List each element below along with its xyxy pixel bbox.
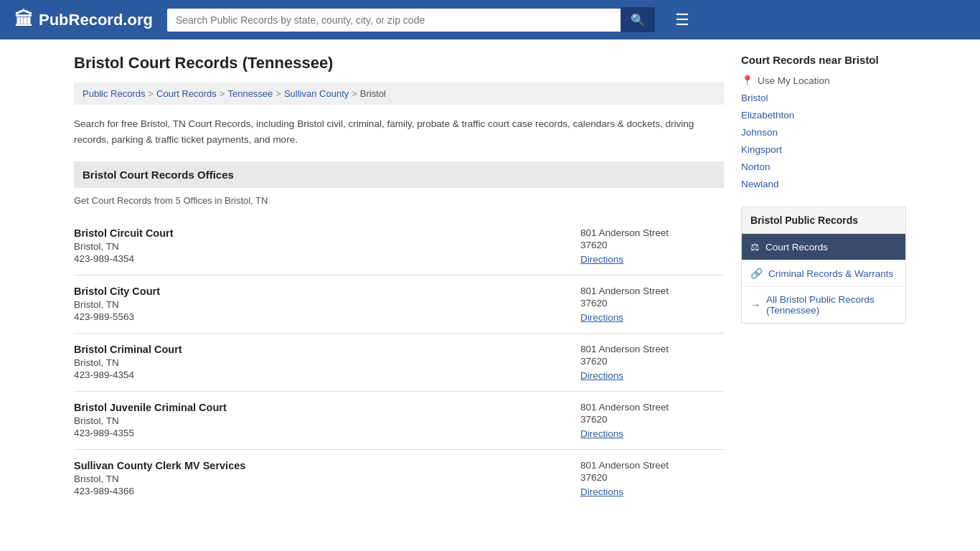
site-header: 🏛 PubRecord.org 🔍 ☰ [0,0,980,39]
nearby-city-link[interactable]: Newland [741,179,779,189]
nearby-title: Court Records near Bristol [741,54,906,66]
office-city: Bristol, TN [74,415,566,426]
public-records-box: Bristol Public Records ⚖ Court Records 🔗… [741,207,906,324]
office-address: 801 Anderson Street 37620 Directions [580,286,724,323]
office-city: Bristol, TN [74,357,566,368]
sidebar-item-icon: → [750,299,760,311]
office-zip: 37620 [580,414,724,425]
directions-link[interactable]: Directions [580,312,623,323]
logo[interactable]: 🏛 PubRecord.org [14,9,153,31]
office-city: Bristol, TN [74,241,566,252]
office-phone: 423-989-4355 [74,428,566,438]
breadcrumb: Public Records>Court Records>Tennessee>S… [74,83,724,105]
page-title: Bristol Court Records (Tennessee) [74,54,724,72]
breadcrumb-separator: > [275,88,281,99]
directions-link[interactable]: Directions [580,370,623,381]
breadcrumb-link[interactable]: Sullivan County [284,88,349,99]
directions-link[interactable]: Directions [580,254,623,265]
office-entry: Bristol Juvenile Criminal Court Bristol,… [74,392,724,450]
breadcrumb-separator: > [220,88,225,99]
office-entry: Bristol Circuit Court Bristol, TN 423-98… [74,217,724,276]
office-address: 801 Anderson Street 37620 Directions [580,402,724,439]
description: Search for free Bristol, TN Court Record… [74,116,724,147]
nearby-city-link[interactable]: Bristol [741,93,768,103]
office-info: Bristol City Court Bristol, TN 423-989-5… [74,286,566,323]
content-area: Bristol Court Records (Tennessee) Public… [74,54,724,507]
office-phone: 423-989-4354 [74,253,566,264]
offices-list: Bristol Circuit Court Bristol, TN 423-98… [74,217,724,507]
nearby-city-item[interactable]: Norton [741,161,906,172]
breadcrumb-link[interactable]: Public Records [83,88,145,99]
breadcrumb-separator: > [148,88,154,99]
sidebar-item-text: Criminal Records & Warrants [768,268,893,279]
breadcrumb-separator: > [352,88,357,99]
office-city: Bristol, TN [74,474,566,484]
nearby-city-link[interactable]: Elizabethton [741,110,794,121]
office-entry: Bristol Criminal Court Bristol, TN 423-9… [74,334,724,392]
office-zip: 37620 [580,298,724,309]
breadcrumb-link[interactable]: Court Records [156,88,217,99]
sidebar-item-icon: 🔗 [750,268,763,279]
office-zip: 37620 [580,240,724,250]
office-name: Bristol Juvenile Criminal Court [74,402,566,413]
breadcrumb-current: Bristol [360,88,386,99]
office-name: Bristol City Court [74,286,566,297]
directions-link[interactable]: Directions [580,428,623,439]
nearby-city-item[interactable]: Newland [741,178,906,189]
office-phone: 423-989-5563 [74,311,566,322]
main-container: Bristol Court Records (Tennessee) Public… [60,39,920,522]
use-location-label: Use My Location [758,75,830,86]
office-street: 801 Anderson Street [580,344,724,354]
office-street: 801 Anderson Street [580,460,724,471]
nearby-list: 📍 Use My Location BristolElizabethtonJoh… [741,75,906,189]
public-records-box-title: Bristol Public Records [742,207,905,234]
office-name: Sullivan County Clerk MV Services [74,460,566,471]
use-location-item[interactable]: 📍 Use My Location [741,75,906,86]
use-location-button[interactable]: 📍 Use My Location [741,75,906,86]
nearby-city-item[interactable]: Kingsport [741,143,906,155]
section-header: Bristol Court Records Offices [74,161,724,188]
offices-count: Get Court Records from 5 Offices in Bris… [74,195,724,206]
office-street: 801 Anderson Street [580,286,724,296]
menu-icon: ☰ [675,11,689,29]
sidebar-box-item[interactable]: 🔗 Criminal Records & Warrants [742,260,905,287]
search-input[interactable] [167,9,621,32]
office-phone: 423-989-4354 [74,369,566,380]
sidebar-item-text: Court Records [765,242,828,253]
logo-icon: 🏛 [14,9,33,31]
search-button[interactable]: 🔍 [621,7,655,32]
location-pin-icon: 📍 [741,75,753,86]
office-name: Bristol Circuit Court [74,227,566,239]
office-entry: Bristol City Court Bristol, TN 423-989-5… [74,276,724,334]
nearby-city-item[interactable]: Elizabethton [741,109,906,121]
office-street: 801 Anderson Street [580,402,724,413]
nearby-city-link[interactable]: Norton [741,161,771,172]
nearby-city-item[interactable]: Bristol [741,92,906,103]
office-address: 801 Anderson Street 37620 Directions [580,227,724,265]
office-address: 801 Anderson Street 37620 Directions [580,344,724,381]
office-zip: 37620 [580,356,724,367]
sidebar-item-text: All Bristol Public Records (Tennessee) [766,294,897,316]
sidebar-item-icon: ⚖ [750,241,760,253]
nearby-city-item[interactable]: Johnson [741,126,906,138]
sidebar-box-item[interactable]: ⚖ Court Records [742,234,905,260]
sidebar: Court Records near Bristol 📍 Use My Loca… [741,54,906,507]
nearby-city-link[interactable]: Kingsport [741,144,782,155]
office-phone: 423-989-4366 [74,486,566,496]
sidebar-box-item[interactable]: → All Bristol Public Records (Tennessee) [742,287,905,323]
office-info: Bristol Juvenile Criminal Court Bristol,… [74,402,566,439]
search-icon: 🔍 [631,14,645,26]
office-info: Bristol Criminal Court Bristol, TN 423-9… [74,344,566,381]
menu-button[interactable]: ☰ [675,11,689,29]
office-info: Bristol Circuit Court Bristol, TN 423-98… [74,227,566,265]
office-zip: 37620 [580,472,724,483]
nearby-city-link[interactable]: Johnson [741,127,778,138]
office-address: 801 Anderson Street 37620 Directions [580,460,724,497]
office-city: Bristol, TN [74,299,566,310]
office-entry: Sullivan County Clerk MV Services Bristo… [74,450,724,507]
office-street: 801 Anderson Street [580,227,724,238]
breadcrumb-link[interactable]: Tennessee [227,88,273,99]
directions-link[interactable]: Directions [580,486,623,497]
office-info: Sullivan County Clerk MV Services Bristo… [74,460,566,497]
logo-text: PubRecord.org [39,11,153,29]
